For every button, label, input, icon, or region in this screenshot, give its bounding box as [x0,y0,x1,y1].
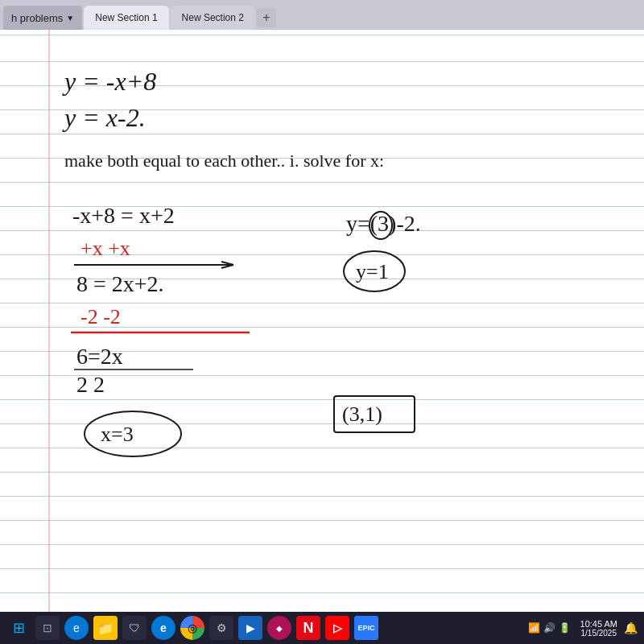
taskbar-app1-icon[interactable]: ◆ [267,616,291,640]
taskbar-settings-icon[interactable]: ⚙ [209,616,233,640]
problems-label: h problems [11,12,63,24]
taskbar: ⊞ ⊡ e 📁 🛡 e ◎ ⚙ ▶ ◆ N ▷ EPIC 📶 🔊 🔋 10:45… [0,612,644,644]
tab-section2[interactable]: New Section 2 [171,6,255,30]
battery-icon[interactable]: 🔋 [559,622,571,634]
taskbar-search-icon[interactable]: ⊡ [35,616,60,640]
tab-bar: h problems ▼ New Section 1 New Section 2… [0,0,644,30]
taskbar-epic-icon[interactable]: EPIC [354,616,378,640]
taskbar-media-icon[interactable]: ▶ [238,616,262,640]
margin-line [48,30,50,612]
taskbar-shield-icon[interactable]: 🛡 [122,616,147,640]
taskbar-chrome-icon[interactable]: ◎ [180,616,204,640]
tab2-label: New Section 2 [182,12,244,23]
wifi-icon[interactable]: 📶 [528,622,540,634]
tab-section1[interactable]: New Section 1 [84,6,168,30]
system-clock[interactable]: 10:45 AM 1/15/2025 [580,619,617,638]
dropdown-arrow[interactable]: ▼ [66,14,74,23]
windows-start-button[interactable]: ⊞ [6,616,31,640]
taskbar-edge-icon[interactable]: e [64,616,89,640]
taskbar-netflix-icon[interactable]: N [296,616,320,640]
add-tab-button[interactable]: + [257,8,276,27]
notebook-area: y = -x+8 y = x-2. make both equal to eac… [0,30,644,612]
volume-icon[interactable]: 🔊 [543,622,555,634]
tab1-label: New Section 1 [95,12,157,23]
taskbar-explorer-icon[interactable]: 📁 [93,616,118,640]
add-icon: + [262,10,270,25]
taskbar-system-tray: 📶 🔊 🔋 10:45 AM 1/15/2025 🔔 [528,619,638,638]
taskbar-youtube-icon[interactable]: ▷ [325,616,349,640]
notebook-title-left[interactable]: h problems ▼ [3,6,82,30]
taskbar-edge2-icon[interactable]: e [151,616,175,640]
lined-paper-bg [0,30,644,612]
notification-button[interactable]: 🔔 [624,621,638,634]
